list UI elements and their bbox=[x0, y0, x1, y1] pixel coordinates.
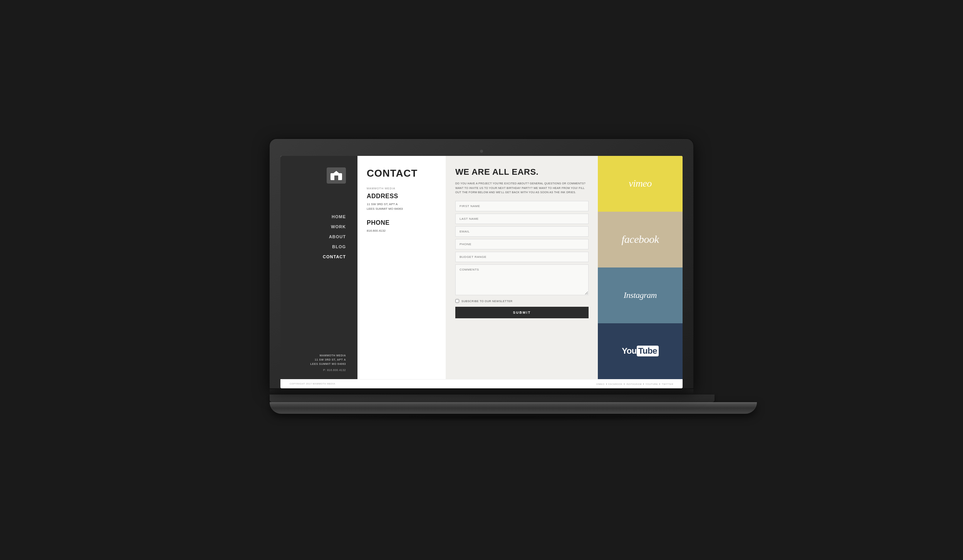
laptop-hinge bbox=[270, 388, 693, 395]
budget-field[interactable] bbox=[455, 252, 589, 262]
screen-bezel: HOME WORK ABOUT BLOG CONTACT MAMMOTH MED… bbox=[270, 139, 693, 388]
youtube-tube: Tube bbox=[637, 346, 659, 356]
facebook-tile[interactable]: facebook bbox=[598, 212, 683, 267]
contact-title: CONTACT bbox=[367, 167, 436, 179]
laptop-base-shadow bbox=[270, 414, 736, 421]
email-field[interactable] bbox=[455, 226, 589, 237]
youtube-label: YouTube bbox=[622, 346, 658, 356]
sidebar: HOME WORK ABOUT BLOG CONTACT MAMMOTH MED… bbox=[280, 156, 357, 379]
vimeo-tile[interactable]: vimeo bbox=[598, 156, 683, 212]
contact-phone: 816.600.4132 bbox=[367, 229, 436, 234]
vimeo-label: vimeo bbox=[629, 178, 652, 189]
form-title: WE ARE ALL EARS. bbox=[455, 167, 589, 177]
laptop-base-top bbox=[270, 395, 715, 402]
contact-info-section: CONTACT MAMMOTH MEDIA ADDRESS 11 SW 3RD … bbox=[357, 156, 446, 379]
last-name-field[interactable] bbox=[455, 214, 589, 224]
newsletter-row: SUBSCRIBE TO OUR NEWSLETTER bbox=[455, 299, 589, 303]
last-name-input[interactable] bbox=[455, 214, 589, 224]
contact-company: MAMMOTH MEDIA bbox=[367, 187, 436, 190]
phone-field[interactable] bbox=[455, 239, 589, 249]
footer-phone: P: 816.600.4132 bbox=[310, 369, 346, 371]
comments-input[interactable] bbox=[455, 264, 589, 295]
youtube-tile[interactable]: YouTube bbox=[598, 323, 683, 379]
first-name-input[interactable] bbox=[455, 201, 589, 211]
instagram-tile[interactable]: Instagram bbox=[598, 267, 683, 323]
phone-input[interactable] bbox=[455, 239, 589, 249]
nav-home[interactable]: HOME bbox=[332, 214, 346, 219]
comments-field[interactable] bbox=[455, 264, 589, 297]
website-footer: COPYRIGHT 2017 MAMMOTH MEDIA VIMEO ✦ FAC… bbox=[280, 379, 683, 388]
nav-work[interactable]: WORK bbox=[331, 224, 346, 229]
phone-label: PHONE bbox=[367, 219, 436, 226]
form-description: DO YOU HAVE A PROJECT YOU'RE EXCITED ABO… bbox=[455, 181, 589, 195]
email-input[interactable] bbox=[455, 226, 589, 237]
newsletter-label: SUBSCRIBE TO OUR NEWSLETTER bbox=[461, 300, 513, 303]
footer-copyright: COPYRIGHT 2017 MAMMOTH MEDIA bbox=[290, 383, 336, 385]
instagram-label: Instagram bbox=[624, 290, 657, 300]
footer-company: MAMMOTH MEDIA 11 SW 3RD ST, APT A LEES S… bbox=[310, 353, 346, 366]
laptop-container: HOME WORK ABOUT BLOG CONTACT MAMMOTH MED… bbox=[270, 139, 693, 421]
logo-icon bbox=[330, 170, 343, 181]
nav-blog[interactable]: BLOG bbox=[332, 244, 346, 249]
sidebar-footer: MAMMOTH MEDIA 11 SW 3RD ST, APT A LEES S… bbox=[310, 353, 346, 371]
sidebar-nav: HOME WORK ABOUT BLOG CONTACT bbox=[323, 214, 346, 353]
contact-address: 11 SW 3RD ST, APT A LEES SUMMIT MO 64063 bbox=[367, 202, 436, 212]
newsletter-checkbox[interactable] bbox=[455, 299, 459, 303]
svg-rect-2 bbox=[334, 176, 338, 180]
submit-button[interactable]: SUBMIT bbox=[455, 307, 589, 318]
footer-social-links: VIMEO ✦ FACEBOOK ✦ INSTAGRAM ✦ YOUTUBE ✦… bbox=[596, 383, 673, 385]
address-label: ADDRESS bbox=[367, 193, 436, 200]
svg-marker-1 bbox=[332, 171, 341, 175]
website-content: HOME WORK ABOUT BLOG CONTACT MAMMOTH MED… bbox=[280, 156, 683, 379]
first-name-field[interactable] bbox=[455, 201, 589, 211]
nav-about[interactable]: ABOUT bbox=[329, 234, 346, 239]
facebook-label: facebook bbox=[621, 233, 659, 246]
laptop-screen: HOME WORK ABOUT BLOG CONTACT MAMMOTH MED… bbox=[280, 156, 683, 388]
laptop-base-bottom bbox=[270, 402, 757, 414]
budget-input[interactable] bbox=[455, 252, 589, 262]
social-section: vimeo facebook Instagram YouTube bbox=[598, 156, 683, 379]
camera bbox=[480, 150, 483, 153]
nav-contact[interactable]: CONTACT bbox=[323, 254, 346, 259]
logo[interactable] bbox=[327, 167, 346, 184]
form-section: WE ARE ALL EARS. DO YOU HAVE A PROJECT Y… bbox=[446, 156, 598, 379]
